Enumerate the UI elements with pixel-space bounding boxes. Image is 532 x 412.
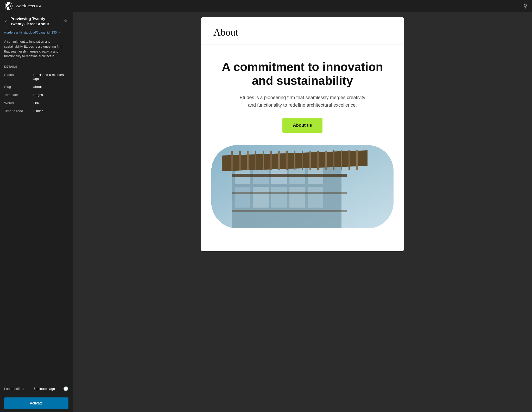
slug-value: about [33, 85, 42, 89]
about-us-button[interactable]: About us [282, 118, 322, 133]
main-layout: ‹ Previewing Twenty Twenty-Three: About … [0, 12, 532, 412]
svg-rect-9 [253, 187, 269, 208]
template-value: Pages [33, 93, 43, 97]
building-svg [211, 145, 394, 228]
svg-rect-10 [271, 187, 287, 208]
words-value: 286 [33, 101, 39, 105]
preview-page-header: About [201, 17, 404, 44]
svg-rect-32 [232, 192, 347, 194]
sidebar-divider [0, 381, 73, 381]
time-label: Time to read [4, 109, 30, 113]
search-icon[interactable]: ⚲ [523, 3, 527, 9]
app-name: WordPress 6.4 [16, 4, 523, 8]
status-value: Published 6 minutes ago [33, 73, 68, 81]
last-modified-label: Last modified [4, 387, 31, 391]
svg-rect-8 [235, 187, 250, 208]
sidebar-description: A commitment to innovation and sustainab… [0, 38, 73, 63]
preview-hero-heading: A commitment to innovation and sustainab… [213, 60, 391, 88]
sidebar-header: ‹ Previewing Twenty Twenty-Three: About … [0, 12, 73, 29]
svg-rect-33 [232, 210, 347, 212]
detail-row-status: Status Published 6 minutes ago [0, 71, 73, 83]
detail-row-time: Time to read 2 mins [0, 107, 73, 115]
preview-image-area [201, 145, 404, 239]
detail-row-words: Words 286 [0, 99, 73, 107]
details-label: DETAILS [0, 63, 73, 71]
sidebar-title: Previewing Twenty Twenty-Three: About [10, 16, 53, 26]
top-bar: WordPress 6.4 ⚲ [0, 0, 532, 12]
wordpress-logo [5, 2, 12, 10]
detail-row-slug: Slug about [0, 83, 73, 91]
slug-label: Slug [4, 85, 30, 89]
template-label: Template [4, 93, 30, 97]
detail-row-template: Template Pages [0, 91, 73, 99]
preview-area: About A commitment to innovation and sus… [73, 12, 532, 412]
preview-page-title: About [213, 27, 391, 38]
status-label: Status [4, 73, 30, 81]
preview-card: About A commitment to innovation and sus… [201, 17, 404, 251]
last-modified-row: Last modified 6 minutes ago 🕐 [0, 383, 73, 394]
external-link-icon: ↗ [58, 31, 60, 34]
building-image [211, 145, 394, 228]
svg-rect-12 [308, 187, 323, 208]
back-button[interactable]: ‹ [4, 17, 8, 25]
page-url-link[interactable]: wordpress.kinsta.cloud/?page_id=130 [4, 31, 57, 34]
time-value: 2 mins [33, 109, 43, 113]
last-modified-value: 6 minutes ago [34, 387, 60, 391]
edit-icon[interactable]: ✎ [64, 18, 68, 25]
history-icon[interactable]: 🕐 [63, 386, 68, 391]
svg-rect-31 [232, 174, 347, 177]
svg-rect-11 [289, 187, 305, 208]
sidebar: ‹ Previewing Twenty Twenty-Three: About … [0, 12, 73, 412]
sidebar-url: wordpress.kinsta.cloud/?page_id=130 ↗ [0, 29, 73, 38]
sidebar-header-icons: ⋮ ✎ [55, 18, 68, 25]
preview-hero: A commitment to innovation and sustainab… [201, 44, 404, 145]
words-label: Words [4, 101, 30, 105]
more-options-icon[interactable]: ⋮ [55, 18, 61, 25]
preview-hero-sub: Études is a pioneering firm that seamles… [237, 94, 368, 109]
activate-button[interactable]: Activate [4, 397, 68, 409]
